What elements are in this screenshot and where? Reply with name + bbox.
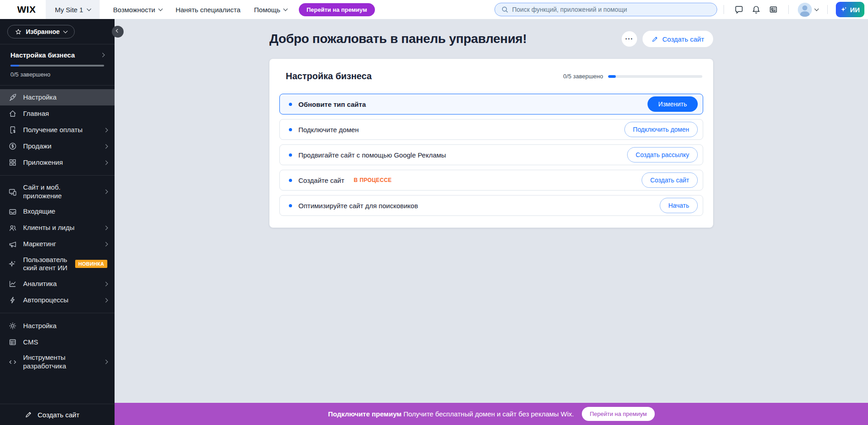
nav-features[interactable]: Возможности xyxy=(113,6,162,14)
sidebar-item-setup[interactable]: Настройка xyxy=(0,89,115,105)
gear-icon xyxy=(9,322,17,330)
sidebar-item-cms[interactable]: CMS xyxy=(0,334,115,350)
business-setup-panel[interactable]: Настройка бизнеса 0/5 завершено xyxy=(0,44,115,85)
notifications-bell-icon[interactable] xyxy=(752,5,761,14)
chevron-down-icon xyxy=(815,6,819,11)
premium-banner: Подключите премиумПолучите бесплатный до… xyxy=(115,403,868,425)
card-progress-label: 0/5 завершено xyxy=(563,73,603,80)
site-selector-label: My Site 1 xyxy=(55,6,83,14)
bullet-icon xyxy=(289,204,292,207)
sidebar-item-sales[interactable]: Продажи xyxy=(0,138,115,154)
task-row-create-site[interactable]: Создайте сайт В ПРОЦЕССЕ Создать сайт xyxy=(279,170,703,191)
news-updates-icon[interactable] xyxy=(769,5,778,14)
sidebar-item-inbox[interactable]: Входящие xyxy=(0,204,115,220)
more-actions-button[interactable]: ··· xyxy=(622,31,637,47)
chevron-left-icon xyxy=(116,29,120,33)
wix-logo: WIX xyxy=(0,4,46,15)
sidebar-item-home[interactable]: Главная xyxy=(0,105,115,122)
create-site-button[interactable]: Создать сайт xyxy=(643,31,713,47)
contacts-icon xyxy=(9,224,17,232)
divider xyxy=(827,5,828,14)
sidebar-item-site-mobile-app[interactable]: Сайт и моб. приложение xyxy=(0,180,115,204)
pencil-icon xyxy=(652,36,658,43)
task-action-create-site-button[interactable]: Создать сайт xyxy=(642,172,698,188)
upgrade-premium-button[interactable]: Перейти на премиум xyxy=(299,3,375,16)
sidebar-item-settings[interactable]: Настройка xyxy=(0,318,115,334)
ai-sparkle-icon xyxy=(9,260,17,268)
chevron-down-icon xyxy=(63,29,67,33)
top-bar: WIX My Site 1 Возможности Нанять специал… xyxy=(0,0,868,19)
site-selector[interactable]: My Site 1 xyxy=(46,0,100,19)
bullet-icon xyxy=(289,153,292,157)
bullet-icon xyxy=(289,103,292,106)
setup-progress-track xyxy=(10,65,104,67)
invoice-dollar-icon xyxy=(9,126,17,134)
megaphone-icon xyxy=(9,240,17,248)
page-title: Добро пожаловать в панель управления! xyxy=(269,32,527,46)
task-row-connect-domain[interactable]: Подключите домен Подключить домен xyxy=(279,119,703,140)
chevron-right-icon xyxy=(104,360,108,364)
bullet-icon xyxy=(289,179,292,182)
in-progress-badge: В ПРОЦЕССЕ xyxy=(354,177,392,183)
sidebar-item-contacts-leads[interactable]: Клиенты и лиды xyxy=(0,220,115,236)
account-menu[interactable] xyxy=(798,3,818,17)
sidebar-create-site[interactable]: Создать сайт xyxy=(0,404,115,425)
search-icon xyxy=(501,6,508,13)
favorites-dropdown[interactable]: Избранное xyxy=(7,25,75,38)
card-progress-track xyxy=(608,75,702,78)
business-setup-title: Настройка бизнеса xyxy=(10,51,75,59)
sidebar-item-apps[interactable]: Приложения xyxy=(0,154,115,171)
task-row-update-site-type[interactable]: Обновите тип сайта Изменить xyxy=(279,94,703,115)
task-list: Обновите тип сайта Изменить Подключите д… xyxy=(279,94,703,216)
sidebar-item-get-paid[interactable]: Получение оплаты xyxy=(0,122,115,138)
inbox-icon xyxy=(9,208,17,216)
divider xyxy=(724,5,724,14)
chevron-right-icon xyxy=(104,282,108,286)
chat-icon[interactable] xyxy=(734,5,743,14)
task-action-edit-button[interactable]: Изменить xyxy=(647,96,698,112)
sidebar-collapse-button[interactable] xyxy=(112,26,124,38)
card-progress-fill xyxy=(608,75,616,78)
divider xyxy=(0,175,115,176)
chevron-down-icon xyxy=(86,6,91,11)
setup-progress-label: 0/5 завершено xyxy=(10,71,104,78)
home-icon xyxy=(9,110,17,118)
site-mobile-icon xyxy=(9,188,17,196)
task-action-connect-domain-button[interactable]: Подключить домен xyxy=(624,122,698,137)
sidebar-item-ai-agent[interactable]: Пользовательский агент ИИ НОВИНКА xyxy=(0,253,115,276)
cms-table-icon xyxy=(9,338,17,346)
nav-hire-professional[interactable]: Нанять специалиста xyxy=(176,6,240,14)
chevron-right-icon xyxy=(104,298,108,302)
premium-banner-text: Подключите премиумПолучите бесплатный до… xyxy=(328,410,574,418)
sidebar-item-automations[interactable]: Автопроцессы xyxy=(0,292,115,308)
sidebar-item-analytics[interactable]: Аналитика xyxy=(0,276,115,292)
global-search[interactable] xyxy=(494,3,717,16)
bullet-icon xyxy=(289,128,292,131)
sidebar-item-marketing[interactable]: Маркетинг xyxy=(0,236,115,253)
avatar xyxy=(798,3,812,17)
chevron-right-icon xyxy=(104,160,108,165)
chevron-right-icon xyxy=(104,242,108,247)
pencil-icon xyxy=(25,411,32,418)
divider xyxy=(788,5,789,14)
task-action-start-button[interactable]: Начать xyxy=(660,198,698,213)
task-action-create-campaign-button[interactable]: Создать рассылку xyxy=(627,147,698,162)
divider xyxy=(0,313,115,313)
sidebar-item-dev-tools[interactable]: Инструменты разработчика xyxy=(0,350,115,374)
task-row-promote-google-ads[interactable]: Продвигайте сайт с помощью Google Реклам… xyxy=(279,144,703,165)
lightning-icon xyxy=(9,296,17,304)
chevron-right-icon xyxy=(104,128,108,132)
setup-progress-fill xyxy=(10,65,19,67)
rocket-icon xyxy=(9,93,17,101)
nav-help[interactable]: Помощь xyxy=(254,6,287,14)
business-setup-card: Настройка бизнеса 0/5 завершено Обновите… xyxy=(269,59,713,228)
sparkle-icon xyxy=(840,6,847,13)
task-row-seo-optimize[interactable]: Оптимизируйте сайт для поисковиков Начат… xyxy=(279,195,703,216)
chevron-right-icon xyxy=(104,190,108,194)
premium-banner-button[interactable]: Перейти на премиум xyxy=(582,407,654,421)
premium-banner-highlight: Подключите премиум xyxy=(328,410,401,418)
analytics-chart-icon xyxy=(9,280,17,288)
chevron-right-icon xyxy=(104,144,108,148)
search-input[interactable] xyxy=(512,6,710,13)
ai-assistant-button[interactable]: ИИ xyxy=(836,2,864,17)
